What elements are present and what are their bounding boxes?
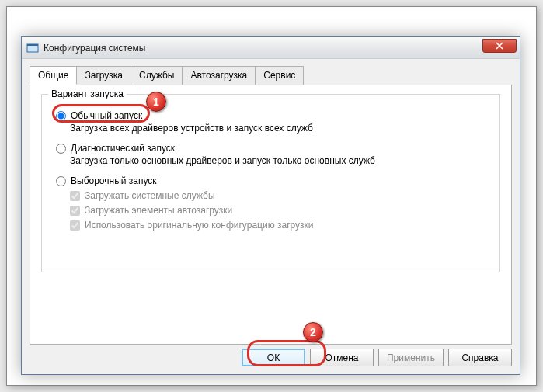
check-system-services-label: Загружать системные службы [85,190,215,201]
radio-normal-label: Обычный запуск [71,110,142,121]
check-system-services-input [70,191,80,201]
check-startup-items-label: Загружать элементы автозагрузки [85,205,232,216]
tab-tools[interactable]: Сервис [255,66,304,85]
msconfig-window: Конфигурация системы Общие Загрузка Служ… [21,36,520,375]
radio-selective-startup[interactable]: Выборочный запуск [56,175,490,186]
startup-selection-group: Вариант запуска Обычный запуск Загрузка … [41,94,500,272]
tab-row: Общие Загрузка Службы Автозагрузка Серви… [30,66,512,85]
window-content: Общие Загрузка Службы Автозагрузка Серви… [22,59,520,352]
tab-startup[interactable]: Автозагрузка [182,66,256,85]
radio-selective-label: Выборочный запуск [71,175,157,186]
app-icon [26,42,39,54]
check-system-services: Загружать системные службы [70,190,490,201]
radio-normal-input[interactable] [56,111,66,121]
apply-button: Применить [378,349,444,366]
check-startup-items-input [70,206,80,216]
check-startup-items: Загружать элементы автозагрузки [70,205,490,216]
window-title: Конфигурация системы [44,43,145,54]
cancel-button[interactable]: Отмена [310,349,374,366]
radio-diagnostic-input[interactable] [56,144,66,154]
titlebar: Конфигурация системы [22,37,520,59]
check-original-boot-input [70,220,80,231]
check-original-boot: Использовать оригинальную конфигурацию з… [70,220,490,231]
radio-normal-startup[interactable]: Обычный запуск [56,110,490,121]
group-legend: Вариант запуска [48,88,127,99]
help-button[interactable]: Справка [448,349,512,366]
radio-diagnostic-label: Диагностический запуск [71,143,175,154]
tab-boot[interactable]: Загрузка [76,66,131,85]
radio-selective-input[interactable] [56,176,66,186]
dialog-button-row: ОК Отмена Применить Справка [242,349,512,366]
radio-diagnostic-startup[interactable]: Диагностический запуск [56,143,490,154]
tab-general[interactable]: Общие [30,66,77,85]
diagnostic-startup-desc: Загрузка только основных драйверов и зап… [70,155,490,166]
check-original-boot-label: Использовать оригинальную конфигурацию з… [85,220,314,231]
tab-services[interactable]: Службы [131,66,183,85]
svg-rect-1 [27,44,38,46]
ok-button[interactable]: ОК [242,349,305,366]
close-button[interactable] [482,39,517,53]
tab-panel-general: Вариант запуска Обычный запуск Загрузка … [30,85,512,345]
normal-startup-desc: Загрузка всех драйверов устройств и запу… [70,123,490,134]
